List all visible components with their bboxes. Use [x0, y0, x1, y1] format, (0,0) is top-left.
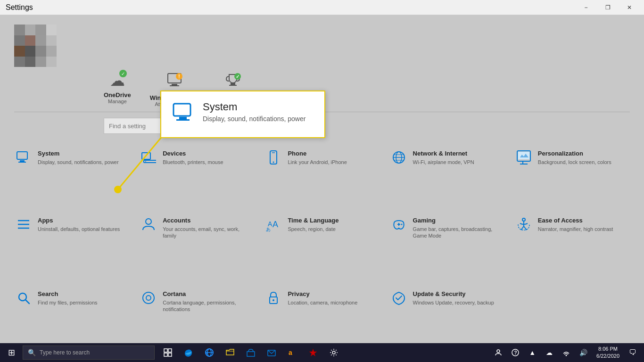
user-header — [0, 15, 644, 72]
task-view-button[interactable] — [158, 343, 177, 362]
ie-button[interactable]: e — [200, 343, 219, 362]
search-text: Search Find my files, permissions — [38, 290, 98, 306]
settings-grid: System Display, sound, notifications, po… — [0, 139, 644, 362]
store-button[interactable] — [241, 343, 260, 362]
svg-marker-60 — [309, 349, 317, 356]
svg-point-37 — [522, 218, 525, 221]
setting-item-phone[interactable]: Phone Link your Android, iPhone — [259, 143, 384, 210]
personalization-icon — [515, 150, 532, 165]
devices-icon — [140, 150, 157, 165]
privacy-icon — [265, 290, 282, 305]
setting-item-accounts[interactable]: Accounts Your accounts, email, sync, wor… — [134, 210, 259, 284]
search-settings-icon — [15, 290, 32, 305]
amazon-button[interactable]: a — [283, 343, 302, 362]
cortana-title: Cortana — [163, 290, 254, 298]
network-desc: Wi-Fi, airplane mode, VPN — [413, 159, 474, 165]
onedrive-sub: Manage — [108, 99, 127, 104]
svg-point-65 — [566, 355, 567, 356]
notification-button[interactable]: 🗨 — [625, 343, 640, 362]
taskbar-chevron-button[interactable]: ▲ — [525, 343, 540, 362]
svg-point-43 — [272, 299, 274, 301]
accounts-desc: Your accounts, email, sync, work, family — [163, 226, 254, 239]
setting-item-ease[interactable]: Ease of Access Narrator, magnifier, high… — [510, 210, 635, 284]
svg-rect-2 — [170, 85, 179, 86]
ease-desc: Narrator, magnifier, high contrast — [538, 226, 613, 232]
accounts-icon — [140, 217, 157, 232]
svg-text:✓: ✓ — [236, 74, 239, 79]
svg-rect-57 — [247, 352, 255, 356]
stardock-button[interactable] — [304, 343, 322, 362]
svg-text:e: e — [206, 352, 208, 355]
ease-icon — [515, 217, 532, 232]
onedrive-icon: ☁✓ — [110, 72, 125, 90]
network-icon — [390, 150, 407, 165]
setting-item-gaming[interactable]: Gaming Game bar, captures, broadcasting,… — [385, 210, 510, 284]
svg-point-40 — [143, 292, 154, 304]
start-button[interactable]: ⊞ — [0, 343, 23, 362]
setting-item-system[interactable]: System Display, sound, notifications, po… — [9, 143, 134, 210]
svg-point-41 — [146, 296, 151, 300]
minimize-button[interactable]: − — [575, 0, 597, 15]
user-avatar — [14, 25, 57, 67]
rewards-icon: ✓ — [224, 72, 241, 92]
taskbar-sound-icon[interactable]: 🔊 — [576, 343, 591, 362]
devices-desc: Bluetooth, printers, mouse — [163, 159, 223, 165]
svg-rect-51 — [164, 353, 167, 356]
svg-text:a: a — [289, 349, 292, 356]
search-title: Search — [38, 290, 98, 298]
window-controls: − ❐ ✕ — [575, 0, 640, 15]
tooltip-content: System Display, sound, notifications, po… — [203, 101, 305, 123]
app-title: Settings — [6, 3, 33, 12]
edge-button[interactable] — [179, 343, 198, 362]
settings-button[interactable] — [324, 343, 343, 362]
setting-item-network[interactable]: Network & Internet Wi-Fi, airplane mode,… — [385, 143, 510, 210]
system-tooltip: System Display, sound, notifications, po… — [160, 90, 325, 138]
taskbar-people-button[interactable] — [491, 343, 506, 362]
gaming-text: Gaming Game bar, captures, broadcasting,… — [413, 217, 504, 239]
tooltip-icon — [173, 101, 195, 128]
taskbar-search[interactable]: 🔍 Type here to search — [23, 346, 155, 360]
apps-desc: Uninstall, defaults, optional features — [38, 226, 120, 232]
privacy-text: Privacy Location, camera, microphone — [288, 290, 357, 306]
taskbar: ⊞ 🔍 Type here to search e — [0, 343, 644, 362]
setting-item-apps[interactable]: Apps Uninstall, defaults, optional featu… — [9, 210, 134, 284]
taskbar-help-button[interactable]: ? — [508, 343, 523, 362]
ease-title: Ease of Access — [538, 217, 613, 225]
svg-text:あ: あ — [266, 227, 271, 232]
clock[interactable]: 8:06 PM 6/22/2020 — [593, 346, 623, 360]
taskbar-cloud-icon: ☁ — [542, 343, 557, 362]
svg-text:!: ! — [178, 74, 180, 79]
time-title: Time & Language — [288, 217, 339, 225]
svg-rect-50 — [168, 349, 172, 352]
devices-title: Devices — [163, 150, 223, 158]
update-security-icon — [390, 290, 407, 305]
settings-main: ☁✓ OneDrive Manage ! Windows Update Atte… — [0, 15, 644, 362]
restore-button[interactable]: ❐ — [597, 0, 619, 15]
titlebar: Settings − ❐ ✕ — [0, 0, 644, 15]
svg-rect-52 — [168, 353, 172, 356]
setting-item-devices[interactable]: Devices Bluetooth, printers, mouse — [134, 143, 259, 210]
close-button[interactable]: ✕ — [619, 0, 640, 15]
taskbar-network-icon[interactable] — [559, 343, 574, 362]
update-security-text: Update & Security Windows Update, recove… — [413, 290, 494, 306]
mail-button[interactable] — [262, 343, 281, 362]
svg-rect-1 — [172, 84, 177, 85]
explorer-button[interactable] — [221, 343, 239, 362]
windows-update-icon: ! — [166, 72, 183, 92]
svg-rect-9 — [17, 152, 27, 159]
svg-rect-46 — [176, 119, 190, 121]
system-icon — [15, 150, 32, 165]
setting-item-personalization[interactable]: Personalization Background, lock screen,… — [510, 143, 635, 210]
svg-point-61 — [332, 351, 335, 354]
quick-link-onedrive[interactable]: ☁✓ OneDrive Manage — [104, 72, 131, 107]
phone-title: Phone — [288, 150, 347, 158]
personalization-title: Personalization — [538, 150, 611, 158]
gaming-title: Gaming — [413, 217, 504, 225]
update-security-title: Update & Security — [413, 290, 494, 298]
svg-point-30 — [146, 219, 151, 224]
devices-text: Devices Bluetooth, printers, mouse — [163, 150, 223, 165]
taskbar-search-text: Type here to search — [40, 349, 90, 356]
svg-line-39 — [25, 300, 29, 304]
setting-item-time[interactable]: A A あ Time & Language Speech, region, da… — [259, 210, 384, 284]
svg-rect-11 — [18, 162, 26, 163]
